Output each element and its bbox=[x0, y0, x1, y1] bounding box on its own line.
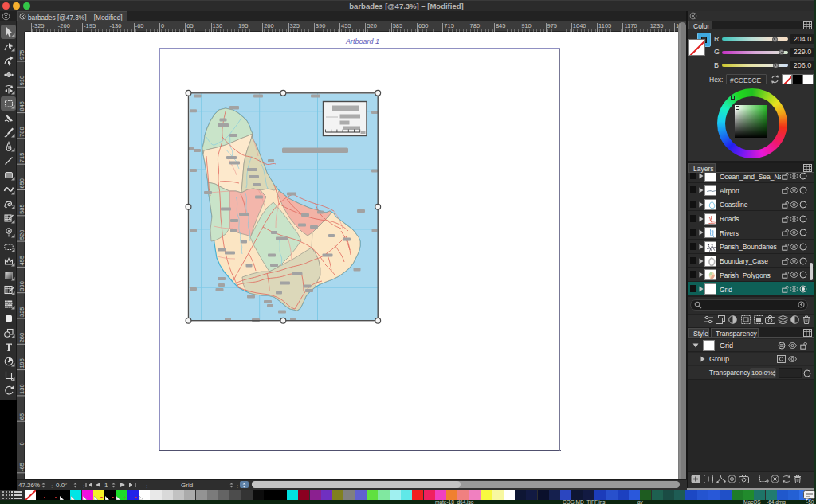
svg-text:455: 455 bbox=[18, 256, 26, 266]
svg-text:585: 585 bbox=[18, 204, 26, 214]
svg-text:-65: -65 bbox=[18, 463, 26, 471]
svg-text:65: 65 bbox=[18, 413, 26, 420]
svg-text:910: 910 bbox=[18, 76, 26, 86]
svg-text:975: 975 bbox=[18, 49, 26, 60]
svg-text:260: 260 bbox=[18, 333, 26, 343]
svg-text:520: 520 bbox=[18, 230, 26, 240]
svg-text:650: 650 bbox=[18, 178, 26, 189]
svg-text:195: 195 bbox=[18, 358, 26, 369]
svg-text:715: 715 bbox=[18, 153, 26, 163]
svg-text:130: 130 bbox=[18, 384, 26, 394]
svg-text:845: 845 bbox=[18, 101, 26, 111]
svg-text:0: 0 bbox=[18, 442, 26, 445]
svg-text:780: 780 bbox=[18, 127, 26, 137]
svg-text:390: 390 bbox=[18, 281, 26, 291]
svg-text:325: 325 bbox=[18, 307, 26, 317]
